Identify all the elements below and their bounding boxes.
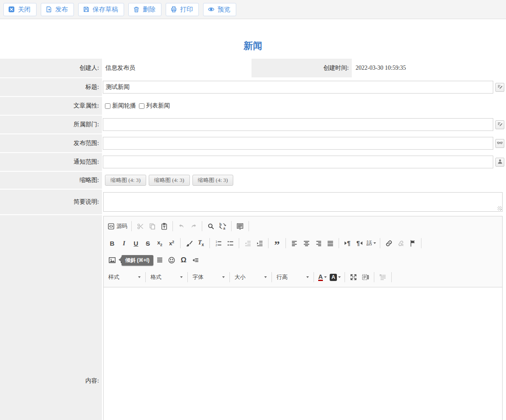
first-line-indent-button[interactable] xyxy=(377,271,389,283)
close-button[interactable]: 关闭 xyxy=(3,3,37,16)
maximize-button[interactable] xyxy=(348,271,359,283)
publish-scope-select-button[interactable] xyxy=(495,139,504,148)
indent-icon xyxy=(256,240,263,247)
justify-button[interactable] xyxy=(324,237,336,249)
notify-scope-select-button[interactable] xyxy=(495,158,504,167)
thumbnail-row: 缩略图: 缩略图 (4: 3) 缩略图 (4: 3) 缩略图 (4: 3) xyxy=(0,172,506,189)
paste-text-icon xyxy=(161,223,168,230)
publish-scope-input[interactable] xyxy=(103,137,493,150)
preview-button[interactable]: 预览 xyxy=(203,3,236,16)
subscript-button[interactable]: x2 xyxy=(154,237,166,249)
title-input[interactable] xyxy=(103,81,493,94)
link-button[interactable] xyxy=(383,237,395,249)
language-button[interactable]: 話 xyxy=(365,237,377,249)
title-edit-button[interactable] xyxy=(495,83,504,92)
smiley-button[interactable] xyxy=(166,254,178,266)
align-center-button[interactable] xyxy=(300,237,312,249)
department-input[interactable] xyxy=(103,118,493,131)
font-size-combo[interactable]: 大小 xyxy=(232,272,269,282)
chevron-down-icon xyxy=(180,276,183,278)
insert-lines-button[interactable] xyxy=(154,254,166,266)
cut-button[interactable] xyxy=(134,220,146,232)
bold-button[interactable]: B xyxy=(106,237,118,249)
source-button[interactable]: 源码 xyxy=(106,220,129,232)
toolbar-separator xyxy=(172,221,173,231)
copy-formatting-button[interactable] xyxy=(183,237,195,249)
decrease-indent-button[interactable] xyxy=(242,237,254,249)
editor-toolbar-row-3: Ω 倾斜 (⌘+I) xyxy=(106,252,500,269)
action-toolbar: 关闭 发布 保存草稿 删除 打印 预览 xyxy=(0,0,506,19)
created-time-label: 创建时间: xyxy=(252,59,352,77)
image-button[interactable] xyxy=(106,254,118,266)
publish-button[interactable]: 发布 xyxy=(41,3,74,16)
department-label: 所属部门: xyxy=(0,116,102,133)
save-draft-button[interactable]: 保存草稿 xyxy=(78,3,124,16)
format-combo[interactable]: 格式 xyxy=(148,272,185,282)
unlink-button[interactable] xyxy=(395,237,407,249)
thumbnail-upload-button-1[interactable]: 缩略图 (4: 3) xyxy=(105,175,146,186)
toolbar-separator xyxy=(314,272,314,282)
increase-indent-button[interactable] xyxy=(254,237,266,249)
delete-button[interactable]: 删除 xyxy=(128,3,161,16)
select-all-icon xyxy=(236,222,244,230)
print-icon xyxy=(170,6,177,13)
creator-input[interactable] xyxy=(103,59,252,77)
replace-button[interactable]: b a xyxy=(217,220,229,232)
thumbnail-upload-button-2[interactable]: 缩略图 (4: 3) xyxy=(149,175,190,186)
close-button-label: 关闭 xyxy=(18,6,31,14)
show-blocks-button[interactable] xyxy=(359,271,371,283)
remove-format-icon: Tx xyxy=(198,239,204,247)
special-char-button[interactable]: Ω xyxy=(178,254,189,266)
editor-content-area[interactable] xyxy=(104,287,502,420)
carousel-news-checkbox-label[interactable]: 新闻轮播 xyxy=(112,102,136,110)
superscript-icon: x2 xyxy=(169,240,174,247)
styles-combo[interactable]: 样式 xyxy=(106,272,143,282)
close-icon xyxy=(8,6,15,13)
text-direction-rtl-button[interactable]: ¶ xyxy=(353,237,365,249)
line-height-combo[interactable]: 行高 xyxy=(274,272,311,282)
underline-button[interactable]: U xyxy=(130,237,142,249)
svg-text:b: b xyxy=(220,223,222,227)
paintbrush-icon xyxy=(186,240,193,247)
undo-button[interactable] xyxy=(175,220,187,232)
carousel-news-checkbox[interactable] xyxy=(105,103,110,109)
remove-format-button[interactable]: Tx xyxy=(195,237,207,249)
page-break-button[interactable] xyxy=(189,254,201,266)
strikethrough-button[interactable]: S xyxy=(142,237,154,249)
align-right-button[interactable] xyxy=(312,237,324,249)
thumbnail-upload-button-3[interactable]: 缩略图 (4: 3) xyxy=(192,175,234,186)
outdent-icon xyxy=(244,240,252,247)
summary-cell xyxy=(103,190,506,214)
copy-button[interactable] xyxy=(146,220,158,232)
font-combo[interactable]: 字体 xyxy=(190,272,227,282)
styles-combo-label: 样式 xyxy=(108,273,119,281)
link-icon xyxy=(385,240,393,247)
text-direction-ltr-button[interactable]: ¶ xyxy=(342,237,353,249)
anchor-button[interactable] xyxy=(407,237,418,249)
italic-button[interactable]: I xyxy=(118,237,130,249)
redo-button[interactable] xyxy=(187,220,199,232)
align-right-icon xyxy=(315,240,322,247)
toolbar-separator xyxy=(374,272,374,282)
background-color-button[interactable]: A xyxy=(328,271,342,283)
resize-handle[interactable] xyxy=(498,206,502,210)
print-button[interactable]: 打印 xyxy=(166,3,199,16)
notify-scope-input[interactable] xyxy=(103,156,493,168)
align-left-button[interactable] xyxy=(288,237,300,249)
title-label: 标题: xyxy=(0,78,102,96)
subscript-icon: x2 xyxy=(157,239,162,247)
list-news-checkbox[interactable] xyxy=(139,103,144,109)
select-all-button[interactable] xyxy=(234,220,246,232)
numbered-list-button[interactable]: 12 xyxy=(212,237,224,249)
text-color-button[interactable]: A xyxy=(317,271,328,283)
svg-text:2: 2 xyxy=(215,243,217,246)
summary-textarea[interactable] xyxy=(103,192,503,212)
superscript-button[interactable]: x2 xyxy=(166,237,178,249)
bulleted-list-button[interactable] xyxy=(224,237,236,249)
paste-as-text-button[interactable] xyxy=(158,220,170,232)
list-news-checkbox-label[interactable]: 列表新闻 xyxy=(146,102,170,110)
blockquote-button[interactable]: ” xyxy=(271,237,283,249)
department-select-button[interactable] xyxy=(495,120,504,129)
publish-icon xyxy=(45,6,52,13)
find-button[interactable] xyxy=(205,220,217,232)
